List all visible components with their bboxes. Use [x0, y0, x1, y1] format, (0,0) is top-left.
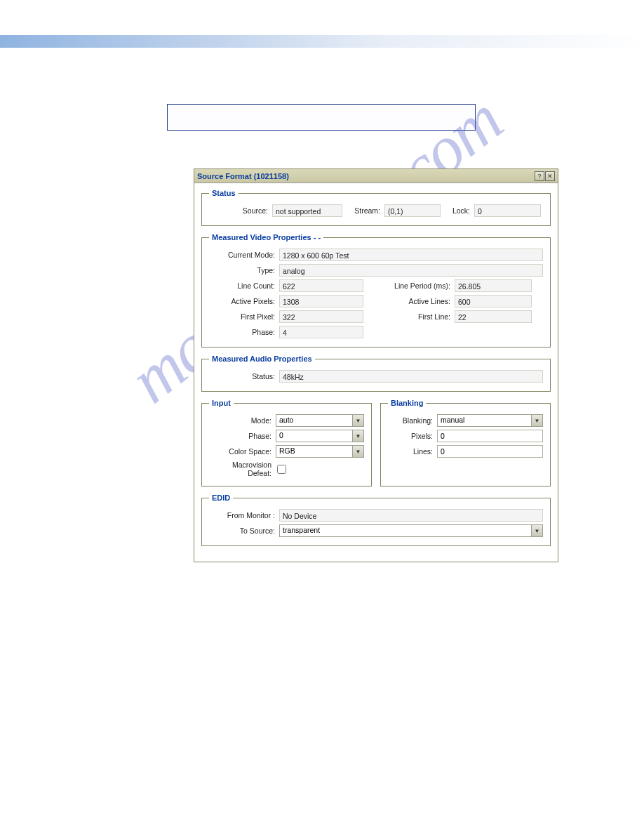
to-source-label: To Source: — [209, 527, 279, 535]
audio-status-value: 48kHz — [279, 370, 543, 383]
lock-value: 0 — [474, 204, 541, 217]
line-count-value: 622 — [279, 279, 363, 292]
input-group: Input Mode: auto ▼ Phase: 0 ▼ Col — [201, 399, 372, 486]
stream-label: Stream: — [342, 206, 384, 215]
first-pixel-value: 322 — [279, 310, 363, 323]
edid-legend: EDID — [209, 494, 233, 502]
first-pixel-label: First Pixel: — [209, 312, 279, 321]
stream-value: (0,1) — [384, 204, 441, 217]
chevron-down-icon: ▼ — [352, 430, 363, 442]
audio-group: Measured Audio Properties Status: 48kHz — [201, 355, 551, 392]
line-period-label: Line Period (ms): — [363, 282, 455, 290]
macrovision-label: Macrovision Defeat: — [209, 461, 276, 477]
from-monitor-value: No Device — [279, 509, 543, 522]
color-space-value: RGB — [276, 446, 352, 457]
phase-label: Phase: — [209, 328, 279, 336]
blanking-select[interactable]: manual ▼ — [437, 414, 543, 427]
status-legend: Status — [209, 189, 239, 197]
header-band — [0, 35, 644, 48]
input-mode-label: Mode: — [209, 416, 276, 425]
video-legend: Measured Video Properties - - — [209, 233, 323, 241]
blanking-lines-input[interactable] — [437, 445, 543, 458]
video-group: Measured Video Properties - - Current Mo… — [201, 233, 551, 348]
blanking-lines-label: Lines: — [388, 447, 437, 456]
dialog-title: Source Format (1021158) — [197, 172, 289, 180]
blanking-label: Blanking: — [388, 416, 437, 425]
blanking-group: Blanking Blanking: manual ▼ Pixels: Line… — [380, 399, 551, 486]
input-phase-value: 0 — [276, 430, 352, 442]
blanking-legend: Blanking — [388, 399, 426, 407]
note-box — [167, 104, 476, 131]
type-label: Type: — [209, 266, 279, 274]
audio-status-label: Status: — [209, 372, 279, 380]
current-mode-label: Current Mode: — [209, 251, 279, 259]
chevron-down-icon: ▼ — [531, 525, 542, 536]
to-source-value: transparent — [280, 525, 531, 536]
input-legend: Input — [209, 399, 234, 407]
current-mode-value: 1280 x 600 60p Test — [279, 249, 543, 261]
active-pixels-label: Active Pixels: — [209, 297, 279, 305]
active-lines-value: 600 — [455, 295, 532, 307]
audio-legend: Measured Audio Properties — [209, 355, 315, 363]
active-pixels-value: 1308 — [279, 295, 363, 307]
source-label: Source: — [209, 206, 272, 215]
line-count-label: Line Count: — [209, 282, 279, 290]
close-button[interactable]: ✕ — [545, 171, 555, 181]
blanking-value: manual — [438, 415, 531, 426]
titlebar: Source Format (1021158) ? ✕ — [194, 169, 558, 183]
chevron-down-icon: ▼ — [352, 415, 363, 426]
input-phase-select[interactable]: 0 ▼ — [276, 430, 364, 442]
color-space-select[interactable]: RGB ▼ — [276, 445, 364, 458]
color-space-label: Color Space: — [209, 447, 276, 456]
phase-value: 4 — [279, 326, 363, 338]
to-source-select[interactable]: transparent ▼ — [279, 524, 543, 537]
first-line-label: First Line: — [363, 312, 455, 321]
chevron-down-icon: ▼ — [352, 446, 363, 457]
input-mode-select[interactable]: auto ▼ — [276, 414, 364, 427]
source-value: not supported — [272, 204, 342, 217]
status-group: Status Source: not supported Stream: (0,… — [201, 189, 551, 226]
blanking-pixels-label: Pixels: — [388, 432, 437, 440]
blanking-pixels-input[interactable] — [437, 430, 543, 442]
type-value: analog — [279, 264, 543, 277]
first-line-value: 22 — [455, 310, 532, 323]
chevron-down-icon: ▼ — [531, 415, 542, 426]
input-mode-value: auto — [276, 415, 352, 426]
edid-group: EDID From Monitor : No Device To Source:… — [201, 494, 551, 546]
input-phase-label: Phase: — [209, 432, 276, 440]
source-format-dialog: Source Format (1021158) ? ✕ Status Sourc… — [194, 168, 558, 562]
from-monitor-label: From Monitor : — [209, 511, 279, 519]
active-lines-label: Active Lines: — [363, 297, 455, 305]
help-button[interactable]: ? — [535, 171, 544, 181]
macrovision-checkbox[interactable] — [277, 465, 286, 474]
lock-label: Lock: — [441, 206, 474, 215]
line-period-value: 26.805 — [455, 279, 532, 292]
